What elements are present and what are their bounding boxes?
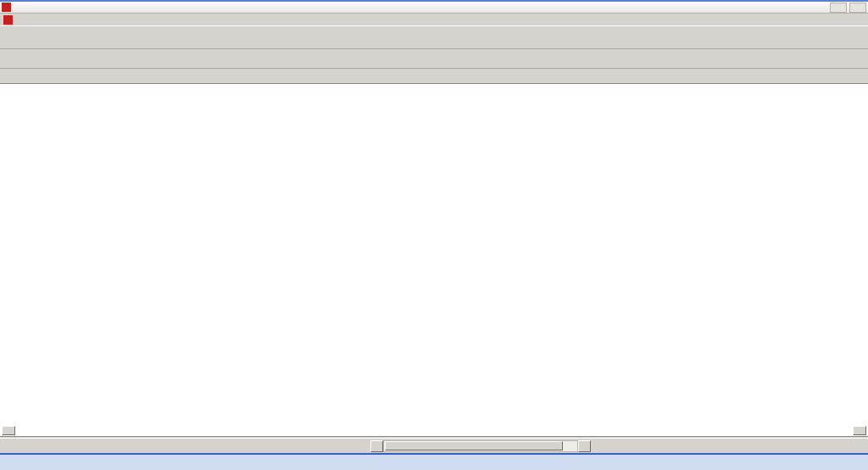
main-toolbar bbox=[0, 26, 868, 49]
app-window bbox=[0, 0, 868, 470]
drawing-toolbar bbox=[0, 69, 868, 84]
collapse-panel-button[interactable] bbox=[2, 426, 15, 435]
shenzhen-index-icon[interactable] bbox=[42, 441, 52, 451]
kline-chart-area[interactable] bbox=[0, 84, 868, 437]
market-grid-icon[interactable] bbox=[3, 440, 14, 451]
scrollbar-track[interactable] bbox=[383, 440, 578, 452]
candlestick-chart bbox=[0, 84, 868, 437]
navigation-toolbar bbox=[0, 49, 868, 69]
status-bar bbox=[0, 438, 868, 453]
scroll-left-button[interactable] bbox=[370, 440, 383, 452]
quote-ticker-bar bbox=[0, 453, 868, 470]
horizontal-scrollbar[interactable] bbox=[370, 440, 591, 452]
scroll-right-button[interactable] bbox=[578, 440, 591, 452]
restore-window-button[interactable] bbox=[830, 3, 847, 13]
menu-bar bbox=[0, 14, 868, 26]
app-logo-icon bbox=[2, 3, 11, 12]
expand-panel-button[interactable] bbox=[853, 426, 866, 435]
mdi-child-icon bbox=[3, 15, 13, 25]
title-bar bbox=[0, 2, 868, 14]
scrollbar-thumb[interactable] bbox=[385, 441, 563, 450]
shanghai-index-icon[interactable] bbox=[19, 441, 30, 451]
close-window-button[interactable] bbox=[849, 3, 866, 13]
